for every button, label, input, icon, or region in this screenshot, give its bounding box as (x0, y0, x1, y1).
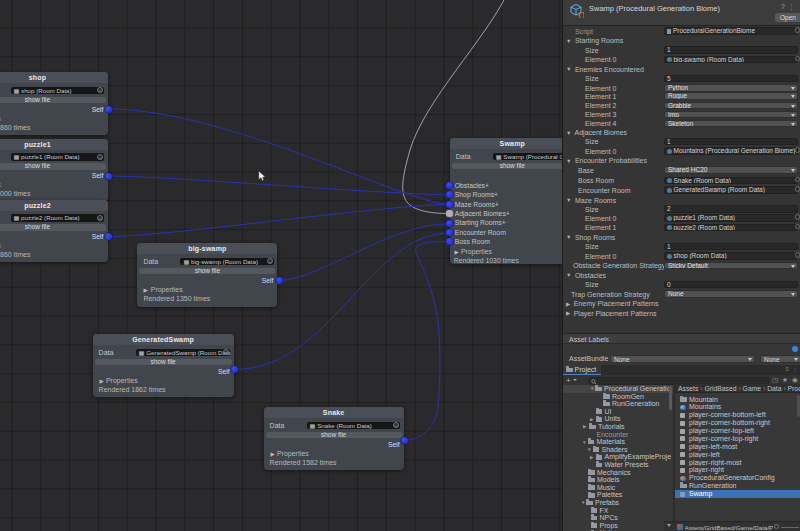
svg-text:{}: {} (578, 12, 584, 18)
